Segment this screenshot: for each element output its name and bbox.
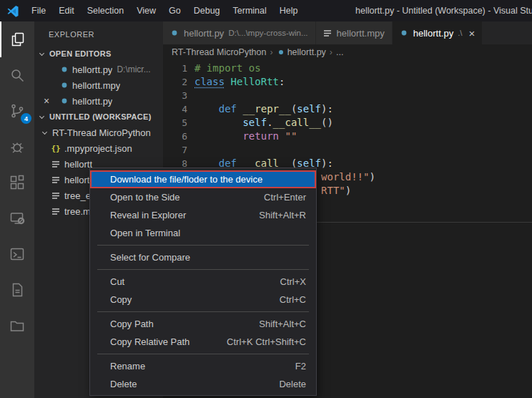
- tab-hellortt.py[interactable]: hellortt.pyD:\...\mpy-cross-win...: [163, 21, 316, 44]
- menu-item-shortcut: Delete: [279, 379, 306, 389]
- chevron-right-icon: ›: [330, 47, 332, 57]
- open-editor-item[interactable]: ×hellortt.py: [34, 93, 163, 109]
- workspace-label: UNTITLED (WORKSPACE): [49, 112, 152, 121]
- code-line[interactable]: 3: [163, 89, 532, 102]
- context-menu-item[interactable]: Copy PathShift+Alt+C: [90, 315, 316, 333]
- workspace-header[interactable]: UNTITLED (WORKSPACE): [34, 109, 163, 125]
- tab-detail: D:\...\mpy-cross-win...: [228, 29, 307, 37]
- tab-hellortt.mpy[interactable]: hellortt.mpy: [316, 21, 393, 44]
- menu-item-shortcut: Ctrl+K Ctrl+Shift+C: [227, 336, 306, 347]
- tab-bar: hellortt.pyD:\...\mpy-cross-win...hellor…: [163, 21, 532, 44]
- file-path: D:\micr...: [117, 64, 150, 74]
- open-editors-header[interactable]: OPEN EDITORS: [34, 46, 163, 62]
- close-icon[interactable]: ×: [469, 28, 476, 39]
- context-menu-item[interactable]: Copy Relative PathCtrl+K Ctrl+Shift+C: [90, 333, 316, 351]
- menu-item-shortcut: F2: [295, 361, 306, 372]
- activity-bar: 4: [0, 21, 34, 398]
- chevron-right-icon: ›: [270, 47, 272, 57]
- open-editors-label: OPEN EDITORS: [49, 49, 112, 58]
- chevron-down-icon: [39, 113, 44, 118]
- activity-terminal[interactable]: [0, 236, 34, 272]
- code-text: # import os: [194, 62, 261, 75]
- tab-hellortt.py[interactable]: hellortt.py.\×: [393, 21, 483, 44]
- menu-file[interactable]: File: [25, 6, 52, 16]
- context-menu-item[interactable]: Open in Terminal: [90, 224, 316, 242]
- menu-item-shortcut: Ctrl+Enter: [264, 192, 306, 203]
- menu-item-label: Rename: [110, 361, 278, 372]
- search-icon: [9, 67, 26, 84]
- activity-output[interactable]: [0, 272, 34, 308]
- chevron-down-icon: [42, 129, 47, 134]
- breadcrumb-item[interactable]: RT-Thread MicroPython: [172, 47, 266, 57]
- file-name: hellortt.mpy: [72, 80, 120, 91]
- menu-go[interactable]: Go: [162, 6, 187, 16]
- context-menu-item[interactable]: DeleteDelete: [90, 375, 316, 393]
- sidebar-title: EXPLORER: [34, 21, 163, 46]
- mpy-file-icon: [51, 160, 60, 168]
- activity-search[interactable]: [0, 57, 34, 93]
- menu-debug[interactable]: Debug: [187, 6, 227, 16]
- context-menu: Download the file/floder to the deviceOp…: [89, 168, 317, 396]
- context-menu-item[interactable]: RenameF2: [90, 357, 316, 375]
- menu-item-label: Copy Relative Path: [110, 336, 210, 347]
- mpy-file-icon: [51, 192, 60, 200]
- activity-device[interactable]: [0, 200, 34, 236]
- activity-explorer[interactable]: [0, 21, 34, 57]
- device-icon: [9, 210, 26, 227]
- code-line[interactable]: 6 return "": [163, 130, 532, 143]
- tree-item[interactable]: {}.mpyproject.json: [34, 140, 163, 156]
- mpy-file-icon: [51, 176, 60, 184]
- python-file-icon: [278, 49, 284, 55]
- menu-item-shortcut: Ctrl+C: [280, 294, 306, 305]
- tree-item[interactable]: RT-Thread MicroPython: [34, 125, 163, 140]
- code-line[interactable]: 5 self.__call__(): [163, 116, 532, 130]
- close-icon[interactable]: ×: [40, 96, 53, 106]
- menu-help[interactable]: Help: [273, 6, 305, 16]
- activity-extensions[interactable]: [0, 165, 34, 200]
- code-line[interactable]: 1# import os: [163, 62, 532, 75]
- context-menu-item[interactable]: CopyCtrl+C: [90, 291, 316, 309]
- menu-item-label: Reveal in Explorer: [110, 210, 242, 220]
- open-editor-item[interactable]: hellortt.mpy: [34, 77, 163, 93]
- menu-item-shortcut: Shift+Alt+C: [259, 319, 306, 329]
- folder-icon: [9, 317, 26, 334]
- context-menu-item[interactable]: Download the file/floder to the device: [90, 170, 316, 188]
- activity-source-control[interactable]: 4: [0, 93, 34, 129]
- python-file-icon: [60, 97, 69, 105]
- breadcrumb-item[interactable]: hellortt.py: [287, 47, 326, 57]
- menu-terminal[interactable]: Terminal: [227, 6, 273, 16]
- python-file-icon: [170, 29, 179, 37]
- breadcrumb-item[interactable]: ...: [336, 47, 343, 57]
- menu-item-label: Select for Compare: [110, 252, 306, 263]
- file-name: hellortt: [64, 159, 92, 170]
- context-menu-item[interactable]: Select for Compare: [90, 248, 316, 266]
- activity-debug[interactable]: [0, 129, 34, 165]
- line-number: 3: [163, 89, 187, 102]
- open-editor-item[interactable]: hellortt.pyD:\micr...: [34, 62, 163, 77]
- code-text: self.__call__(): [194, 116, 333, 130]
- chevron-down-icon: [39, 50, 44, 55]
- tab-label: hellortt.mpy: [337, 28, 385, 39]
- code-line[interactable]: 7: [163, 143, 532, 157]
- code-text: return "": [194, 130, 297, 143]
- file-name: hellortt.py: [72, 64, 112, 75]
- menu-item-label: Download the file/floder to the device: [110, 174, 306, 185]
- output-icon: [9, 281, 26, 298]
- extensions-icon: [9, 174, 26, 191]
- code-line[interactable]: 4 def __repr__(self):: [163, 102, 532, 116]
- context-menu-item[interactable]: CutCtrl+X: [90, 273, 316, 291]
- menu-item-label: Delete: [110, 379, 262, 389]
- menu-view[interactable]: View: [130, 6, 162, 16]
- activity-folder[interactable]: [0, 308, 34, 344]
- file-name: hellortt.py: [72, 96, 112, 107]
- menu-selection[interactable]: Selection: [81, 6, 130, 16]
- menu-item-label: Cut: [110, 276, 263, 287]
- context-menu-item[interactable]: Reveal in ExplorerShift+Alt+R: [90, 206, 316, 224]
- code-line[interactable]: 2class HelloRtt:: [163, 75, 532, 89]
- json-file-icon: {}: [51, 144, 60, 153]
- explorer-icon: [9, 31, 26, 48]
- menu-edit[interactable]: Edit: [52, 6, 81, 16]
- context-menu-item[interactable]: Open to the SideCtrl+Enter: [90, 188, 316, 206]
- line-number: 5: [163, 116, 187, 130]
- file-name: hellortt: [64, 175, 92, 185]
